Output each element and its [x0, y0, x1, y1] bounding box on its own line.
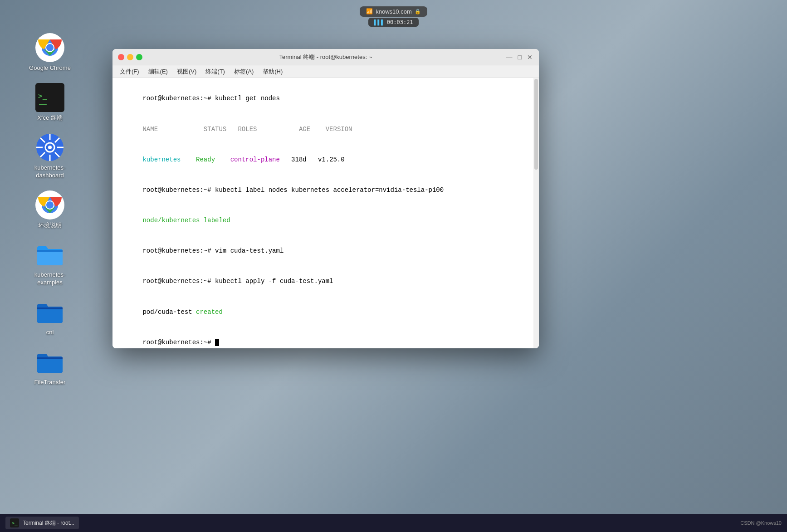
env-chrome-icon: [35, 190, 64, 220]
taskbar: >_ Terminal 终端 - root... CSDN @Knows10: [0, 514, 787, 532]
node-spacing-4: [307, 156, 318, 163]
desktop-icon-kubernetes-dashboard[interactable]: kubernetes-dashboard: [18, 129, 82, 183]
cni-label: cni: [46, 329, 54, 337]
taskbar-right: CSDN @Knows10: [740, 520, 782, 526]
csdn-label: CSDN @Knows10: [740, 520, 782, 526]
term-line-9: root@kubernetes:~#: [120, 327, 532, 348]
cmd-3: vim cuda-test.yaml: [215, 247, 284, 254]
pod-prefix: pod/cuda-test: [142, 308, 196, 316]
term-line-3: kubernetes Ready control-plane 318d v1.2…: [120, 144, 532, 175]
term-line-8: pod/cuda-test created: [120, 297, 532, 327]
desktop-icon-env-desc[interactable]: 环境说明: [18, 187, 82, 233]
node-age: 318d: [291, 156, 307, 163]
terminal-title: Terminal 终端 - root@kubernetes: ~: [279, 53, 372, 61]
menu-view[interactable]: 视图(V): [173, 67, 200, 77]
scrollbar-thumb: [534, 79, 538, 170]
url-bar: 📶 knows10.com 🔒: [360, 6, 427, 17]
node-status: Ready: [196, 156, 215, 163]
pod-created: created: [196, 308, 223, 316]
menu-tabs[interactable]: 标签(A): [230, 67, 257, 77]
term-line-7: root@kubernetes:~# kubectl apply -f cuda…: [120, 266, 532, 297]
term-line-1: root@kubernetes:~# kubectl get nodes: [120, 83, 532, 114]
svg-point-3: [46, 44, 54, 51]
window-restore-btn[interactable]: □: [517, 54, 523, 61]
browser-indicator: 📶 knows10.com 🔒 ▌▌▌ 00:03:21: [360, 6, 427, 27]
menu-help[interactable]: 帮助(H): [259, 67, 286, 77]
taskbar-item-label: Terminal 终端 - root...: [23, 519, 74, 527]
chrome-label: Google Chrome: [29, 64, 71, 72]
menu-file[interactable]: 文件(F): [116, 67, 143, 77]
desktop-icon-xfce-terminal[interactable]: _ >_ Xfce 终端: [18, 79, 82, 126]
window-minimize-btn[interactable]: —: [505, 54, 513, 61]
url-text: knows10.com: [376, 8, 411, 15]
cmd-4: kubectl apply -f cuda-test.yaml: [215, 278, 333, 285]
node-spacing-2: [215, 156, 230, 163]
folder-cni-icon: [35, 298, 64, 327]
terminal-window: Terminal 终端 - root@kubernetes: ~ — □ ✕ 文…: [112, 49, 539, 348]
terminal-label: Xfce 终端: [37, 114, 63, 122]
terminal-output[interactable]: root@kubernetes:~# kubectl get nodes NAM…: [112, 78, 539, 348]
timer-bar: ▌▌▌ 00:03:21: [368, 18, 418, 27]
terminal-icon: _ >_: [35, 83, 64, 112]
svg-point-21: [46, 201, 54, 209]
desktop-sidebar: Google Chrome _ >_ Xfce 终端: [0, 0, 100, 514]
menu-edit[interactable]: 编辑(E): [145, 67, 171, 77]
taskbar-terminal-icon: >_: [10, 518, 19, 527]
prompt-3: root@kubernetes:~#: [142, 247, 215, 254]
chrome-icon: [35, 33, 64, 62]
label-result: node/kubernetes labeled: [142, 217, 230, 224]
prompt-1: root@kubernetes:~#: [142, 95, 215, 102]
svg-rect-23: [37, 307, 63, 309]
desktop-icon-google-chrome[interactable]: Google Chrome: [18, 29, 82, 76]
desktop-icon-filetransfer[interactable]: FileTransfer: [18, 344, 82, 390]
window-close-btn[interactable]: ✕: [526, 54, 533, 61]
signal-bars-icon: ▌▌▌: [374, 20, 384, 25]
close-button[interactable]: [118, 54, 124, 60]
node-version: v1.25.0: [318, 156, 345, 163]
minimize-button[interactable]: [127, 54, 133, 60]
svg-rect-24: [37, 357, 63, 359]
terminal-titlebar: Terminal 终端 - root@kubernetes: ~ — □ ✕: [112, 49, 539, 65]
env-desc-label: 环境说明: [38, 222, 62, 229]
timer-text: 00:03:21: [387, 19, 413, 25]
prompt-2: root@kubernetes:~#: [142, 186, 215, 194]
maximize-button[interactable]: [136, 54, 142, 60]
term-line-4: root@kubernetes:~# kubectl label nodes k…: [120, 175, 532, 205]
node-spacing-1: [181, 156, 196, 163]
desktop-icon-kubernetes-examples[interactable]: kubernetes-examples: [18, 236, 82, 290]
term-line-2: NAME STATUS ROLES AGE VERSION: [120, 114, 532, 144]
cursor: [215, 339, 219, 346]
svg-point-9: [48, 146, 52, 149]
menu-terminal[interactable]: 终端(T): [202, 67, 229, 77]
term-line-6: root@kubernetes:~# vim cuda-test.yaml: [120, 236, 532, 266]
term-line-5: node/kubernetes labeled: [120, 205, 532, 236]
node-roles: control-plane: [230, 156, 280, 163]
node-spacing-3: [280, 156, 291, 163]
node-name: kubernetes: [142, 156, 181, 163]
folder-filetransfer-icon: [35, 347, 64, 376]
folder-examples-icon: [35, 240, 64, 269]
svg-text:>_: >_: [38, 92, 47, 100]
top-bar: 📶 knows10.com 🔒 ▌▌▌ 00:03:21: [0, 0, 787, 33]
nodes-header: NAME STATUS ROLES AGE VERSION: [142, 126, 352, 133]
filetransfer-label: FileTransfer: [34, 379, 66, 386]
kubernetes-dashboard-label: kubernetes-dashboard: [34, 164, 66, 180]
helm-icon: [35, 133, 64, 162]
cmd-2: kubectl label nodes kubernetes accelerat…: [215, 186, 444, 194]
kubernetes-examples-label: kubernetes-examples: [34, 271, 66, 287]
prompt-5: root@kubernetes:~#: [142, 339, 215, 346]
terminal-scrollbar[interactable]: [533, 78, 539, 348]
cmd-1: kubectl get nodes: [215, 95, 280, 102]
taskbar-terminal-item[interactable]: >_ Terminal 终端 - root...: [5, 517, 79, 529]
terminal-menubar: 文件(F) 编辑(E) 视图(V) 终端(T) 标签(A) 帮助(H): [112, 65, 539, 78]
window-controls: [118, 54, 142, 60]
prompt-4: root@kubernetes:~#: [142, 278, 215, 285]
lock-icon: 🔒: [415, 9, 421, 15]
window-right-buttons: — □ ✕: [505, 54, 533, 61]
svg-rect-22: [37, 250, 63, 252]
desktop-icon-cni[interactable]: cni: [18, 294, 82, 340]
signal-icon: 📶: [366, 8, 373, 15]
